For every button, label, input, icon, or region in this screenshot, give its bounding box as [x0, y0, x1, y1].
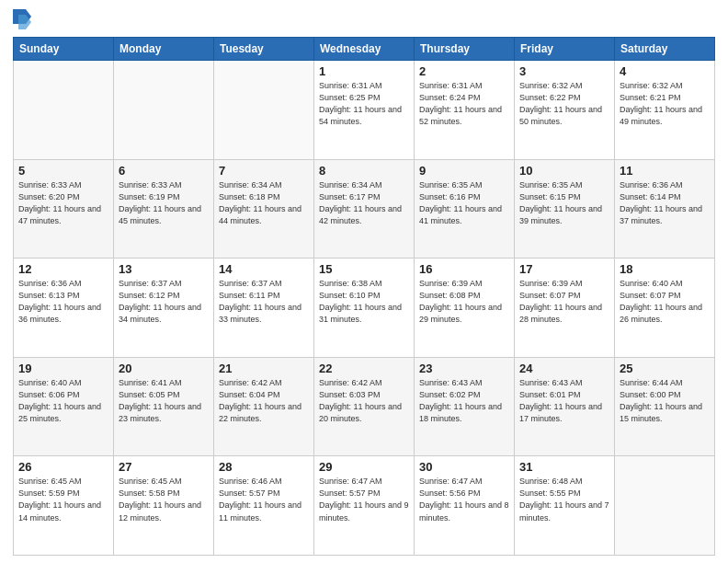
day-number: 20 — [119, 362, 209, 375]
day-info: Sunrise: 6:45 AM Sunset: 5:58 PM Dayligh… — [119, 476, 209, 523]
day-info: Sunrise: 6:35 AM Sunset: 6:16 PM Dayligh… — [419, 179, 509, 227]
day-cell: 17Sunrise: 6:39 AM Sunset: 6:07 PM Dayli… — [515, 259, 615, 358]
day-info: Sunrise: 6:42 AM Sunset: 6:03 PM Dayligh… — [319, 377, 409, 425]
day-info: Sunrise: 6:46 AM Sunset: 5:57 PM Dayligh… — [219, 476, 309, 523]
day-number: 25 — [620, 362, 710, 375]
day-number: 6 — [119, 164, 209, 178]
day-info: Sunrise: 6:39 AM Sunset: 6:08 PM Dayligh… — [419, 278, 509, 326]
day-cell: 2Sunrise: 6:31 AM Sunset: 6:24 PM Daylig… — [415, 61, 515, 160]
day-info: Sunrise: 6:31 AM Sunset: 6:24 PM Dayligh… — [419, 80, 509, 128]
day-number: 21 — [219, 362, 309, 375]
day-number: 3 — [519, 64, 609, 78]
day-info: Sunrise: 6:34 AM Sunset: 6:17 PM Dayligh… — [319, 179, 409, 227]
day-number: 17 — [519, 262, 609, 276]
day-info: Sunrise: 6:32 AM Sunset: 6:21 PM Dayligh… — [620, 80, 710, 128]
day-cell: 5Sunrise: 6:33 AM Sunset: 6:20 PM Daylig… — [14, 159, 114, 259]
day-number: 8 — [319, 164, 409, 178]
day-info: Sunrise: 6:33 AM Sunset: 6:20 PM Dayligh… — [18, 179, 108, 227]
day-info: Sunrise: 6:37 AM Sunset: 6:12 PM Dayligh… — [119, 278, 209, 326]
day-number: 15 — [319, 262, 409, 276]
day-info: Sunrise: 6:40 AM Sunset: 6:07 PM Dayligh… — [620, 278, 710, 326]
page: SundayMondayTuesdayWednesdayThursdayFrid… — [0, 0, 728, 563]
day-cell: 15Sunrise: 6:38 AM Sunset: 6:10 PM Dayli… — [314, 259, 415, 358]
day-cell: 4Sunrise: 6:32 AM Sunset: 6:21 PM Daylig… — [615, 61, 715, 160]
day-cell: 23Sunrise: 6:43 AM Sunset: 6:02 PM Dayli… — [415, 357, 515, 456]
day-number: 26 — [18, 460, 108, 474]
weekday-header-thursday: Thursday — [415, 38, 515, 61]
day-info: Sunrise: 6:34 AM Sunset: 6:18 PM Dayligh… — [219, 179, 309, 227]
day-cell: 27Sunrise: 6:45 AM Sunset: 5:58 PM Dayli… — [114, 456, 214, 556]
day-info: Sunrise: 6:41 AM Sunset: 6:05 PM Dayligh… — [119, 377, 209, 425]
day-cell: 7Sunrise: 6:34 AM Sunset: 6:18 PM Daylig… — [214, 159, 314, 259]
day-cell: 1Sunrise: 6:31 AM Sunset: 6:25 PM Daylig… — [314, 61, 415, 160]
logo-icon — [13, 9, 31, 31]
day-info: Sunrise: 6:42 AM Sunset: 6:04 PM Dayligh… — [219, 377, 309, 425]
week-row-2: 12Sunrise: 6:36 AM Sunset: 6:13 PM Dayli… — [14, 259, 715, 358]
day-info: Sunrise: 6:36 AM Sunset: 6:13 PM Dayligh… — [18, 278, 108, 326]
day-cell: 11Sunrise: 6:36 AM Sunset: 6:14 PM Dayli… — [615, 159, 715, 259]
logo — [13, 9, 35, 31]
day-cell: 31Sunrise: 6:48 AM Sunset: 5:55 PM Dayli… — [515, 456, 615, 556]
weekday-header-row: SundayMondayTuesdayWednesdayThursdayFrid… — [14, 38, 715, 61]
day-cell: 20Sunrise: 6:41 AM Sunset: 6:05 PM Dayli… — [114, 357, 214, 456]
day-cell: 25Sunrise: 6:44 AM Sunset: 6:00 PM Dayli… — [615, 357, 715, 456]
day-info: Sunrise: 6:44 AM Sunset: 6:00 PM Dayligh… — [620, 377, 710, 425]
day-cell: 16Sunrise: 6:39 AM Sunset: 6:08 PM Dayli… — [415, 259, 515, 358]
weekday-header-monday: Monday — [114, 38, 214, 61]
day-cell: 3Sunrise: 6:32 AM Sunset: 6:22 PM Daylig… — [515, 61, 615, 160]
day-number: 9 — [419, 164, 509, 178]
day-number: 23 — [419, 362, 509, 375]
day-number: 5 — [18, 164, 108, 178]
day-info: Sunrise: 6:33 AM Sunset: 6:19 PM Dayligh… — [119, 179, 209, 227]
day-number: 31 — [519, 460, 609, 474]
day-number: 10 — [519, 164, 609, 178]
day-cell: 29Sunrise: 6:47 AM Sunset: 5:57 PM Dayli… — [314, 456, 415, 556]
weekday-header-wednesday: Wednesday — [314, 38, 415, 61]
day-number: 13 — [119, 262, 209, 276]
day-info: Sunrise: 6:32 AM Sunset: 6:22 PM Dayligh… — [519, 80, 609, 128]
day-number: 14 — [219, 262, 309, 276]
day-info: Sunrise: 6:37 AM Sunset: 6:11 PM Dayligh… — [219, 278, 309, 326]
weekday-header-tuesday: Tuesday — [214, 38, 314, 61]
day-cell: 12Sunrise: 6:36 AM Sunset: 6:13 PM Dayli… — [14, 259, 114, 358]
day-cell: 9Sunrise: 6:35 AM Sunset: 6:16 PM Daylig… — [415, 159, 515, 259]
day-cell — [214, 61, 314, 160]
day-cell: 8Sunrise: 6:34 AM Sunset: 6:17 PM Daylig… — [314, 159, 415, 259]
day-cell — [615, 456, 715, 556]
day-info: Sunrise: 6:47 AM Sunset: 5:56 PM Dayligh… — [419, 476, 509, 523]
day-number: 27 — [119, 460, 209, 474]
day-cell: 30Sunrise: 6:47 AM Sunset: 5:56 PM Dayli… — [415, 456, 515, 556]
weekday-header-saturday: Saturday — [615, 38, 715, 61]
day-info: Sunrise: 6:39 AM Sunset: 6:07 PM Dayligh… — [519, 278, 609, 326]
day-number: 29 — [319, 460, 409, 474]
day-info: Sunrise: 6:43 AM Sunset: 6:02 PM Dayligh… — [419, 377, 509, 425]
calendar: SundayMondayTuesdayWednesdayThursdayFrid… — [13, 37, 715, 556]
day-cell: 6Sunrise: 6:33 AM Sunset: 6:19 PM Daylig… — [114, 159, 214, 259]
weekday-header-sunday: Sunday — [14, 38, 114, 61]
week-row-1: 5Sunrise: 6:33 AM Sunset: 6:20 PM Daylig… — [14, 159, 715, 259]
day-cell: 19Sunrise: 6:40 AM Sunset: 6:06 PM Dayli… — [14, 357, 114, 456]
week-row-4: 26Sunrise: 6:45 AM Sunset: 5:59 PM Dayli… — [14, 456, 715, 556]
day-number: 7 — [219, 164, 309, 178]
day-info: Sunrise: 6:35 AM Sunset: 6:15 PM Dayligh… — [519, 179, 609, 227]
week-row-3: 19Sunrise: 6:40 AM Sunset: 6:06 PM Dayli… — [14, 357, 715, 456]
day-info: Sunrise: 6:47 AM Sunset: 5:57 PM Dayligh… — [319, 476, 409, 523]
day-info: Sunrise: 6:38 AM Sunset: 6:10 PM Dayligh… — [319, 278, 409, 326]
day-number: 22 — [319, 362, 409, 375]
day-info: Sunrise: 6:40 AM Sunset: 6:06 PM Dayligh… — [18, 377, 108, 425]
day-number: 30 — [419, 460, 509, 474]
day-number: 12 — [18, 262, 108, 276]
weekday-header-friday: Friday — [515, 38, 615, 61]
day-cell: 22Sunrise: 6:42 AM Sunset: 6:03 PM Dayli… — [314, 357, 415, 456]
day-cell — [14, 61, 114, 160]
day-number: 2 — [419, 64, 509, 78]
day-number: 16 — [419, 262, 509, 276]
day-info: Sunrise: 6:48 AM Sunset: 5:55 PM Dayligh… — [519, 476, 609, 523]
day-cell: 28Sunrise: 6:46 AM Sunset: 5:57 PM Dayli… — [214, 456, 314, 556]
day-info: Sunrise: 6:45 AM Sunset: 5:59 PM Dayligh… — [18, 476, 108, 523]
day-number: 4 — [620, 64, 710, 78]
day-cell: 10Sunrise: 6:35 AM Sunset: 6:15 PM Dayli… — [515, 159, 615, 259]
day-info: Sunrise: 6:43 AM Sunset: 6:01 PM Dayligh… — [519, 377, 609, 425]
day-cell: 21Sunrise: 6:42 AM Sunset: 6:04 PM Dayli… — [214, 357, 314, 456]
day-number: 24 — [519, 362, 609, 375]
